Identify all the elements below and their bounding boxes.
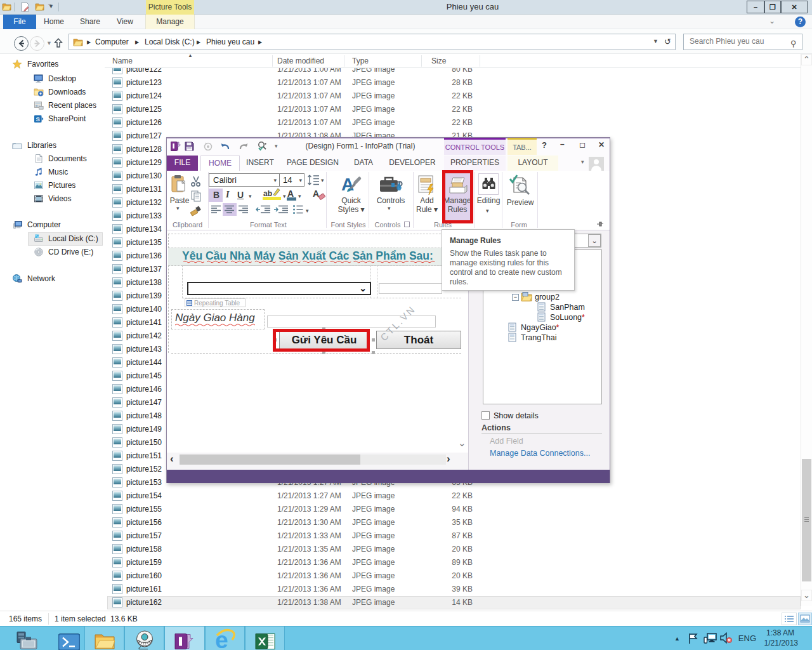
svg-text:S: S [36,116,39,123]
